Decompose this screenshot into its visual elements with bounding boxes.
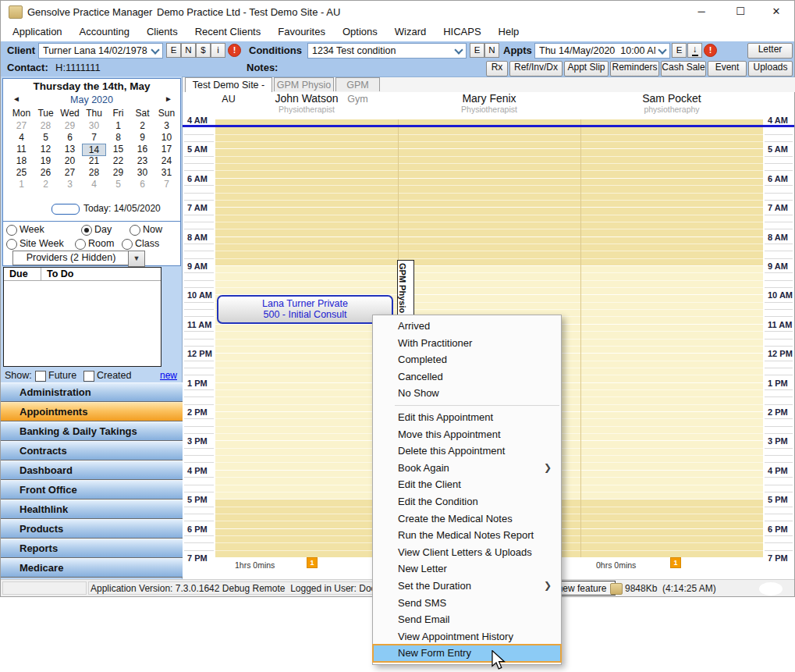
- calendar-day[interactable]: 2: [130, 120, 154, 131]
- calendar-day-selected[interactable]: 14: [82, 144, 106, 156]
- appts-dropdown[interactable]: Thu 14/May/2020 10:00 AM John Watso: [534, 43, 670, 59]
- calendar-day[interactable]: 5: [106, 179, 130, 190]
- context-item-view-appointment-history[interactable]: View Appointment History: [373, 628, 561, 645]
- maximize-button[interactable]: ☐: [722, 1, 758, 23]
- ref-inv-dx-button[interactable]: Ref/Inv/Dx: [509, 61, 563, 76]
- calendar-day[interactable]: 6: [58, 132, 82, 143]
- context-item-send-sms[interactable]: Send SMS: [373, 595, 561, 612]
- calendar-day[interactable]: 22: [106, 155, 130, 166]
- calendar-day[interactable]: 2: [34, 179, 58, 190]
- menu-wizard[interactable]: Wizard: [386, 23, 435, 41]
- sidebar-item-appointments[interactable]: Appointments: [1, 402, 183, 421]
- calendar-day[interactable]: 28: [82, 167, 106, 178]
- conditions-n-button[interactable]: N: [484, 43, 499, 58]
- sidebar-item-products[interactable]: Products: [1, 519, 183, 538]
- new-todo-link[interactable]: new: [160, 370, 177, 381]
- menu-accounting[interactable]: Accounting: [71, 23, 138, 41]
- radio-class[interactable]: [122, 239, 133, 250]
- calendar-day[interactable]: 17: [154, 144, 179, 155]
- context-item-edit-the-condition[interactable]: Edit the Condition: [373, 493, 561, 510]
- menu-application[interactable]: Application: [4, 23, 71, 41]
- client--button[interactable]: $: [196, 43, 211, 58]
- uploads-button[interactable]: Uploads: [748, 61, 793, 76]
- context-item-create-the-medical-notes[interactable]: Create the Medical Notes: [373, 510, 561, 528]
- calendar-day[interactable]: 5: [34, 132, 58, 143]
- menu-clients[interactable]: Clients: [138, 23, 186, 41]
- context-item-new-form-entry[interactable]: New Form Entry: [373, 645, 561, 662]
- event-button[interactable]: Event: [708, 61, 747, 76]
- tab-test-demo-site-au[interactable]: Test Demo Site - AU: [185, 77, 272, 92]
- calendar-day[interactable]: 1: [106, 120, 130, 131]
- menu-recent-clients[interactable]: Recent Clients: [186, 23, 270, 41]
- calendar-day[interactable]: 18: [9, 155, 34, 166]
- radio-week[interactable]: [6, 225, 17, 236]
- calendar-day[interactable]: 26: [34, 167, 58, 178]
- providers-dropdown-arrow-icon[interactable]: ▼: [128, 251, 145, 267]
- radio-now[interactable]: [130, 225, 140, 236]
- appts-e-button[interactable]: E: [672, 43, 687, 58]
- context-item-edit-this-appointment[interactable]: Edit this Appointment: [373, 409, 561, 426]
- context-item-cancelled[interactable]: Cancelled: [373, 368, 561, 386]
- month-title[interactable]: May 2020: [3, 94, 180, 105]
- context-item-run-the-medical-notes-report[interactable]: Run the Medical Notes Report: [373, 527, 561, 544]
- context-item-view-client-letters-uploads[interactable]: View Client Letters & Uploads: [373, 544, 561, 561]
- context-item-new-letter[interactable]: New Letter: [373, 560, 561, 578]
- calendar-day[interactable]: 12: [34, 144, 58, 155]
- appts-warning-icon[interactable]: !: [704, 44, 717, 57]
- client-n-button[interactable]: N: [181, 43, 196, 58]
- rx-button[interactable]: Rx: [486, 61, 508, 76]
- radio-site-week[interactable]: [6, 239, 17, 250]
- calendar-day[interactable]: 30: [82, 120, 106, 131]
- sidebar-item-administration[interactable]: Administration: [1, 382, 183, 401]
- tab-gpm-gym[interactable]: GPM Gym: [335, 77, 380, 91]
- conditions-e-button[interactable]: E: [470, 43, 484, 58]
- sidebar-item-reports[interactable]: Reports: [1, 539, 183, 557]
- todo-col-due[interactable]: Due: [9, 268, 28, 279]
- calendar-day[interactable]: 23: [130, 155, 154, 166]
- calendar-day[interactable]: 9: [130, 132, 154, 143]
- calendar-day[interactable]: 31: [154, 167, 179, 178]
- minimize-button[interactable]: ─: [683, 1, 719, 23]
- close-button[interactable]: ✕: [758, 1, 794, 23]
- menu-favourites[interactable]: Favourites: [269, 23, 334, 41]
- today-label[interactable]: Today: 14/05/2020: [83, 203, 161, 214]
- cash-sale-button[interactable]: Cash Sale: [661, 61, 706, 76]
- calendar-day[interactable]: 24: [154, 155, 179, 166]
- client-warning-icon[interactable]: !: [228, 44, 241, 57]
- tab-gpm-physio[interactable]: GPM Physio: [274, 77, 334, 91]
- calendar-day[interactable]: 27: [9, 120, 34, 131]
- sidebar-item-dashboard[interactable]: Dashboard: [1, 460, 183, 479]
- context-item-send-email[interactable]: Send Email: [373, 611, 561, 628]
- sidebar-item-banking-daily-takings[interactable]: Banking & Daily Takings: [1, 421, 183, 440]
- menu-help[interactable]: Help: [490, 23, 528, 41]
- calendar-day[interactable]: 13: [58, 144, 82, 155]
- today-rect-icon[interactable]: [51, 204, 80, 215]
- context-item-completed[interactable]: Completed: [373, 351, 561, 368]
- appointment-block[interactable]: Lana Turner Private 500 - Initial Consul…: [217, 295, 393, 324]
- calendar-day[interactable]: 15: [106, 144, 130, 155]
- client-e-button[interactable]: E: [166, 43, 181, 58]
- calendar-day[interactable]: 1: [9, 179, 34, 190]
- context-item-edit-the-client[interactable]: Edit the Client: [373, 476, 561, 493]
- sidebar-item-medicare[interactable]: Medicare: [1, 558, 183, 577]
- calendar-day[interactable]: 29: [58, 120, 82, 131]
- provider1-count-badge[interactable]: 1: [307, 557, 318, 568]
- calendar-day[interactable]: 8: [106, 132, 130, 143]
- calendar-day[interactable]: 20: [58, 155, 82, 166]
- conditions-dropdown[interactable]: 1234 Test condition: [307, 43, 467, 59]
- menu-options[interactable]: Options: [334, 23, 386, 41]
- context-item-move-this-appointment[interactable]: Move this Appointment: [373, 426, 561, 443]
- appt-slip-button[interactable]: Appt Slip: [564, 61, 609, 76]
- calendar-day[interactable]: 30: [130, 167, 154, 178]
- context-item-set-the-duration[interactable]: Set the Duration❯: [373, 578, 561, 595]
- context-item-with-practitioner[interactable]: With Practitioner: [373, 335, 561, 352]
- reminders-button[interactable]: Reminders: [610, 61, 659, 76]
- calendar-day[interactable]: 3: [154, 120, 179, 131]
- calendar-day[interactable]: 19: [34, 155, 58, 166]
- calendar-day[interactable]: 3: [58, 179, 82, 190]
- context-item-delete-this-appointment[interactable]: Delete this Appointment: [373, 443, 561, 460]
- radio-day[interactable]: [81, 225, 92, 236]
- calendar-day[interactable]: 29: [106, 167, 130, 178]
- calendar-day[interactable]: 11: [9, 144, 34, 155]
- sidebar-item-front-office[interactable]: Front Office: [1, 480, 183, 499]
